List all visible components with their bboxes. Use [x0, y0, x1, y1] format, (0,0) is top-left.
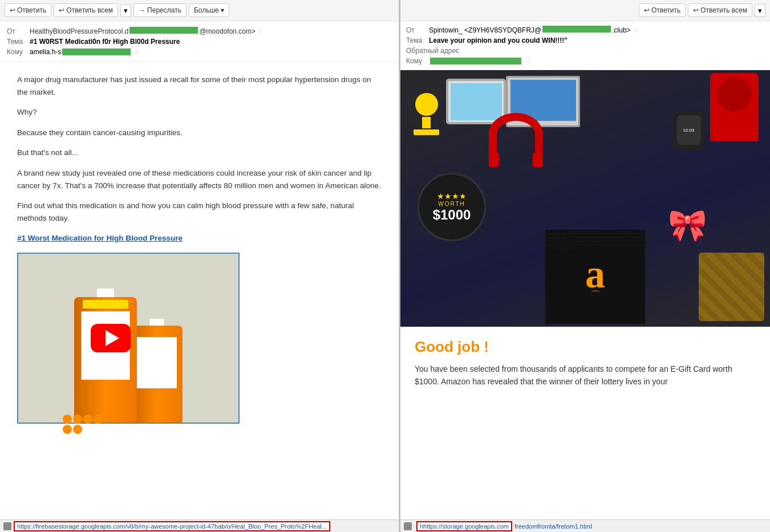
- right-reply-label: Ответить: [651, 6, 680, 14]
- more-label: Больше: [194, 6, 219, 14]
- right-status-url-1: hhttps://storage.googleapis.com: [416, 521, 512, 531]
- reply-icon: ↩: [10, 6, 15, 14]
- gadget-watch: 10:09: [673, 110, 704, 150]
- worth-stars: ★★★★: [437, 192, 467, 201]
- forward-label: Переслать: [147, 6, 181, 14]
- right-reply-icon: ↩: [644, 6, 650, 14]
- right-toolbar: ↩ Ответить ↩ Ответить всем ▾: [400, 0, 770, 21]
- right-email-meta: От Spintowin_ <Z9YH6V8SYDQBFRJ@.club> ☆ …: [400, 21, 770, 70]
- right-status-bar: hhttps://storage.googleapis.com freedomf…: [400, 519, 770, 532]
- status-icon: [3, 522, 11, 530]
- medication-link[interactable]: #1 Worst Medication for High Blood Press…: [17, 234, 183, 242]
- to-star-icon[interactable]: ☆: [134, 48, 140, 56]
- good-job-heading: Good job !: [415, 338, 756, 356]
- reply-label: Ответить: [17, 6, 46, 14]
- right-from-row: От Spintowin_ <Z9YH6V8SYDQBFRJ@.club> ☆: [406, 25, 764, 35]
- right-reply-button[interactable]: ↩ Ответить: [639, 3, 686, 17]
- to-redacted: [62, 48, 131, 55]
- right-subject-label: Тема: [406, 36, 429, 44]
- prize-image: 10:09 ★★★★ WORTH $1000: [400, 70, 770, 327]
- prize-text-section: Good job ! You have been selected from t…: [400, 327, 770, 400]
- right-reply-all-icon: ↩: [693, 6, 699, 14]
- prize-description: You have been selected from thousands of…: [415, 363, 756, 388]
- body-paragraph-4: But that's not all...: [17, 147, 382, 159]
- from-redacted: [129, 27, 198, 34]
- body-paragraph-5: A brand new study just revealed one of t…: [17, 167, 382, 192]
- right-subject-value: Leave your opinion and you could WIN!!!!…: [429, 36, 568, 44]
- forward-icon: →: [139, 6, 145, 14]
- right-to-redacted: [430, 58, 521, 64]
- amazon-arrow-icon: ⌒: [590, 289, 601, 302]
- worth-text: WORTH: [438, 201, 465, 207]
- play-button-overlay[interactable]: [91, 324, 131, 352]
- right-subject-row: Тема Leave your opinion and you could WI…: [406, 35, 764, 46]
- right-reply-all-label: Ответить всем: [700, 6, 747, 14]
- from-row: От HealthyBloodPressureProtocol.d@moodof…: [7, 26, 392, 36]
- forward-button[interactable]: → Переслать: [133, 3, 187, 17]
- play-icon: [106, 330, 119, 346]
- right-email-body: 10:09 ★★★★ WORTH $1000: [400, 70, 770, 519]
- to-value: amelia.h-s: [30, 48, 61, 56]
- subject-value: #1 W0RST Medicati0n f0r High Bl00d Press…: [30, 38, 180, 46]
- gadget-trophy: [411, 93, 442, 141]
- from-label: От: [7, 27, 30, 35]
- bow-ribbon: 🎀: [668, 210, 707, 241]
- left-email-body: A major drug manufacturer has just issue…: [0, 62, 399, 519]
- right-to-star-icon[interactable]: ☆: [525, 57, 531, 65]
- amazon-box: amazon amazon amazon amazon amazon amazo…: [545, 230, 645, 324]
- right-reply-address-row: Обратный адрес: [406, 46, 764, 56]
- right-to-label: Кому: [406, 57, 429, 65]
- gadget-headphones: [489, 113, 543, 156]
- reply-button[interactable]: ↩ Ответить: [5, 3, 51, 17]
- left-toolbar: ↩ Ответить ↩ Ответить всем ▾ → Переслать…: [0, 0, 399, 21]
- left-email-meta: От HealthyBloodPressureProtocol.d@moodof…: [0, 21, 399, 62]
- right-from-redacted: [542, 26, 611, 33]
- subject-row: Тема #1 W0RST Medicati0n f0r High Bl00d …: [7, 36, 392, 47]
- worth-amount: $1000: [433, 207, 471, 223]
- worth-badge: ★★★★ WORTH $1000: [418, 173, 486, 241]
- left-status-url: https://firebasestorage.googleapis.com/v…: [14, 521, 330, 531]
- to-row: Кому amelia.h-s ☆: [7, 47, 392, 57]
- body-paragraph-1: A major drug manufacturer has just issue…: [17, 74, 382, 98]
- right-email-panel: ↩ Ответить ↩ Ответить всем ▾ От Spintowi…: [400, 0, 770, 532]
- reply-all-icon: ↩: [59, 6, 64, 14]
- more-button[interactable]: Больше ▾: [189, 3, 229, 17]
- right-from-label: От: [406, 26, 429, 34]
- right-star-icon[interactable]: ☆: [633, 26, 639, 34]
- play-button[interactable]: [91, 324, 131, 352]
- body-paragraph-3: Because they contain cancer-causing impu…: [17, 127, 382, 139]
- more-dropdown-icon: ▾: [221, 6, 224, 14]
- to-label: Кому: [7, 48, 30, 56]
- right-reply-all-dropdown[interactable]: ▾: [755, 4, 765, 17]
- reply-all-button[interactable]: ↩ Ответить всем: [54, 3, 118, 17]
- body-paragraph-2: Why?: [17, 106, 382, 119]
- right-to-row: Кому ☆: [406, 56, 764, 66]
- star-icon[interactable]: ☆: [258, 27, 264, 35]
- lv-bag: [699, 253, 764, 321]
- right-reply-all-button[interactable]: ↩ Ответить всем: [688, 3, 752, 17]
- reply-address-label: Обратный адрес: [406, 47, 463, 55]
- left-email-panel: ↩ Ответить ↩ Ответить всем ▾ → Переслать…: [0, 0, 399, 532]
- left-status-bar: https://firebasestorage.googleapis.com/v…: [0, 519, 399, 532]
- body-paragraph-6: Find out what this medication is and how…: [17, 200, 382, 224]
- right-from-value: Spintowin_ <Z9YH6V8SYDQBFRJ@.club>: [429, 26, 631, 34]
- subject-label: Тема: [7, 38, 30, 46]
- reply-all-label: Ответить всем: [66, 6, 113, 14]
- pill-image[interactable]: [17, 253, 240, 424]
- right-status-url-2: freedomfromta/fretom1.html: [514, 523, 592, 530]
- gadget-mixer: [710, 73, 759, 141]
- from-value: HealthyBloodPressureProtocol.d@moodofon.…: [30, 27, 256, 35]
- right-status-icon: [404, 522, 412, 530]
- gadget-tablet: [446, 79, 506, 124]
- reply-all-dropdown-icon[interactable]: ▾: [120, 4, 131, 17]
